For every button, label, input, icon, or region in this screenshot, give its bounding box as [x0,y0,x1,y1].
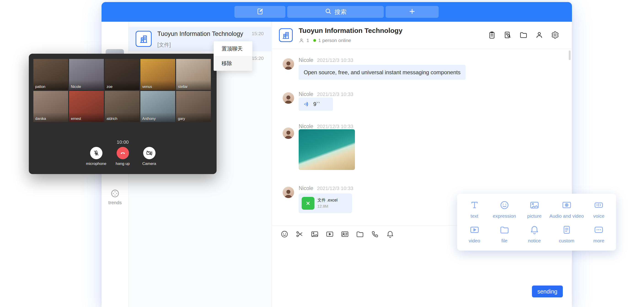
panel-item-notice[interactable]: notice [519,224,549,249]
image-message[interactable] [299,129,355,170]
panel-item-audio-video[interactable]: Audio and video [549,199,584,224]
picture-icon [528,199,540,211]
message-header: Nicole 2021/12/3 10:33 [299,123,353,129]
file-icon[interactable] [356,230,364,238]
participant-name: aldrich [106,117,117,121]
call-participant-tile: Nicole [69,59,104,90]
call-icon[interactable] [371,230,379,238]
chat-title: Tuoyun Information Technology [299,27,402,34]
file-size: 12.8M [318,204,328,209]
emoji-icon[interactable] [280,230,288,238]
settings-icon[interactable] [551,31,559,39]
participant-name: Nicole [71,85,81,89]
call-participant-tile: patton [34,59,68,90]
search-input[interactable]: 搜索 [287,6,384,18]
call-participant-tile: ernest [69,91,104,122]
file-message-bubble[interactable]: 文件 .excel 12.8M [299,194,352,213]
top-bar-controls: 搜索 [234,6,439,18]
message-time: 2021/12/3 10:33 [317,186,353,191]
participant-name: venus [142,85,152,89]
panel-item-label: custom [559,238,574,244]
sender-name: Nicole [299,57,313,63]
hang-up-icon [120,150,126,156]
panel-item-label: text [471,213,478,219]
excel-file-icon [302,197,314,210]
microphone-control: microphone [83,147,110,166]
menu-item-remove[interactable]: 移除 [214,56,252,71]
call-participant-tile: venus [140,59,175,90]
voice-message-bubble[interactable]: 9`` [299,97,333,111]
participant-name: stellar [178,85,188,89]
search-icon [324,7,332,16]
sender-name: Nicole [299,185,313,191]
panel-item-video[interactable]: video [460,224,490,249]
notice-icon [528,224,540,236]
participant-name: danika [35,117,46,121]
video-icon[interactable] [326,230,334,238]
microphone-label: microphone [86,162,106,166]
send-button[interactable]: sending [532,286,563,298]
participant-name: ernest [71,117,81,121]
message-avatar[interactable] [283,127,294,139]
participant-grid: patton Nicole zoe venus stellar danika e… [34,59,211,122]
panel-item-expression[interactable]: expression [490,199,519,224]
message-type-panel: text expression picture Audio and video … [457,194,616,251]
call-timer: 10:00 [29,139,216,145]
file-icon [498,224,510,236]
notes-button[interactable] [234,6,286,18]
group-members-icon[interactable] [535,31,544,39]
plus-icon [408,8,416,16]
add-button[interactable] [386,6,439,18]
voice-wave-icon [303,101,310,108]
sender-name: Nicole [299,123,313,129]
context-menu: 置顶聊天 移除 [214,41,252,71]
sender-name: Nicole [299,91,313,97]
top-bar: 搜索 [102,2,572,22]
search-history-icon[interactable] [504,31,512,39]
screenshot-icon[interactable] [296,230,304,238]
message-avatar[interactable] [283,187,294,198]
notice-icon[interactable] [386,230,394,238]
chat-subtitle: 1 1 person online [299,38,351,43]
online-dot [313,39,316,42]
trends-icon [110,188,120,199]
audio-video-icon [561,199,573,211]
participant-name: zoe [106,85,112,89]
conversation-last-message: [文件] [157,41,171,48]
picture-icon[interactable] [310,230,319,238]
message-header: Nicole 2021/12/3 10:33 [299,185,353,191]
message-text: Open source, free, and universal instant… [304,69,460,75]
chat-header-tools [488,31,559,39]
camera-label: Camera [142,162,156,166]
call-controls: microphone hang up Camera [29,147,216,166]
panel-item-file[interactable]: file [490,224,519,249]
panel-item-voice[interactable]: voice [584,199,614,224]
panel-item-text[interactable]: text [460,199,490,224]
mute-microphone-button[interactable] [90,147,102,159]
rail-item-trends[interactable]: trends [102,188,128,205]
call-participant-tile: Anthony [140,91,175,122]
voice-duration: 9`` [313,101,320,107]
message-avatar[interactable] [283,58,294,70]
call-participant-tile: zoe [105,59,140,90]
panel-item-more[interactable]: more [584,224,614,249]
camera-toggle-button[interactable] [143,147,156,159]
panel-item-picture[interactable]: picture [519,199,549,224]
hang-up-button[interactable] [117,147,129,159]
trends-label: trends [102,200,128,205]
contact-card-icon[interactable] [341,230,349,238]
panel-item-custom[interactable]: custom [549,224,584,249]
announcement-icon[interactable] [488,31,496,39]
panel-item-label: picture [527,213,542,219]
text-message-bubble[interactable]: Open source, free, and universal instant… [299,65,466,80]
group-files-icon[interactable] [519,31,528,39]
conversation-time: 15:20 [252,31,264,36]
expression-icon [498,199,510,211]
video-call-window: patton Nicole zoe venus stellar danika e… [29,54,216,174]
menu-item-pin-chat[interactable]: 置顶聊天 [214,41,252,56]
scrollbar-thumb[interactable] [569,50,570,60]
call-participant-tile: stellar [176,59,211,90]
video-icon [468,224,480,236]
message-avatar[interactable] [283,92,294,104]
panel-item-label: Audio and video [549,213,584,219]
